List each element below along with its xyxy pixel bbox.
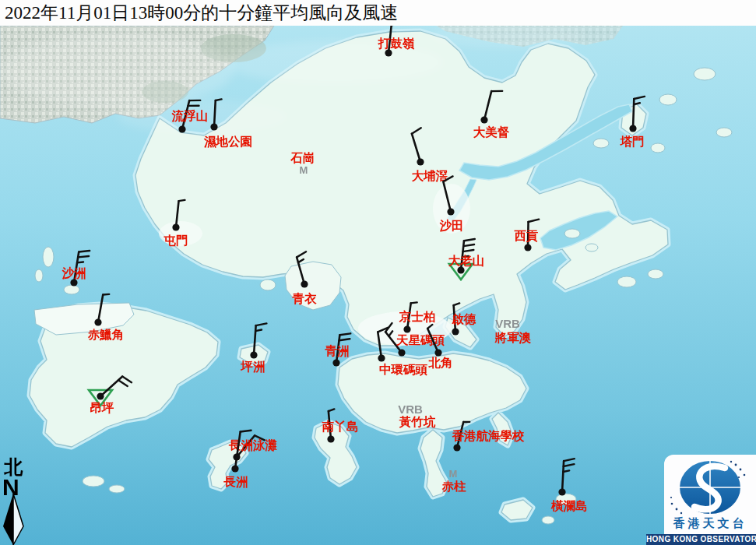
wind-barb-feather-half [216,99,222,100]
station-dot [332,359,339,366]
station-dot [417,158,424,165]
wind-barb-feather-half [179,200,185,201]
station-label: 香港航海學校 [452,429,526,442]
station-label: 大老山 [448,254,485,267]
station-label: 橫瀾島 [550,499,588,512]
station-label: 青衣 [292,292,318,305]
station-label: 南丫島 [322,420,359,433]
wind-barb-feather-half [77,262,83,262]
station-dot [558,488,565,495]
hko-logo-card: 香港天文台 [664,455,756,534]
compass-n-label: N [2,474,19,500]
station-dot [97,392,104,399]
wind-barb-feather-full [79,251,90,251]
station-dot [480,116,487,123]
station-dot [457,266,464,273]
station-label: 天星碼頭 [396,333,445,346]
station-dot [629,125,636,132]
station-label: 濕地公園 [203,135,252,148]
hong-kong-wind-map: 打鼓嶺流浮山濕地公園M石崗大美督塔門大埔滘沙田屯門西貢沙洲大老山青衣赤鱲角京士柏… [0,0,756,545]
station-m-marker: M [300,164,308,176]
station-label: 赤柱 [441,480,467,493]
station-label: 北角 [428,356,453,369]
wind-barb-staff [633,99,634,128]
station-dot [447,208,454,215]
wind-barb-feather-half [411,302,417,303]
hko-emblem [664,455,756,517]
station-dot [231,465,238,472]
station-dot [524,244,531,251]
station-label: 黃竹坑 [399,415,436,428]
station-dot [172,223,179,230]
wind-barb-feather-full [78,256,89,257]
wind-barb-feather-half [103,294,109,295]
station-dot [94,318,101,325]
station-label: 塔門 [620,135,645,148]
station-dot [398,349,405,356]
station-label: 長洲 [223,475,248,488]
station-dot [301,280,308,287]
station-label: 青洲 [325,344,350,357]
station-vrb-marker: VRB [398,403,423,416]
station-label: 沙洲 [62,266,86,280]
station-dot [178,125,185,132]
hko-chinese-name: 香港天文台 [664,516,756,531]
station-label: 昂坪 [90,401,115,414]
station-label: 坪洲 [241,360,265,373]
station-label: 赤鱲角 [87,328,125,341]
station-m-marker: M [449,468,458,480]
wind-barb-staff [214,100,216,127]
station-label: 打鼓嶺 [378,37,415,50]
map-title: 2022年11月01日13時00分的十分鐘平均風向及風速 [0,0,756,26]
station-dot [70,279,77,286]
station-label: 西貢 [514,229,539,243]
station-dot [250,351,257,358]
station-label: 石崗 [290,151,315,164]
station-dot [403,325,410,332]
station-label: 大埔滘 [412,169,448,182]
hko-english-name: HONG KONG OBSERVATORY [646,534,756,545]
station-label: 流浮山 [171,109,209,122]
wind-barb-feather-half [563,470,569,472]
station-label: 沙田 [440,219,464,232]
station-label: 中環碼頭 [379,363,428,376]
station-dot [327,435,334,442]
station-label: 啟德 [452,312,477,325]
station-label: 屯門 [164,234,188,247]
station-dot [210,123,217,130]
station-label: 京士柏 [399,310,436,323]
station-dot [453,444,460,451]
wind-barb-feather-half [255,330,262,332]
station-label: 將軍澳 [494,331,532,344]
station-label: 大美督 [473,125,510,139]
station-dot [385,49,392,56]
station-dot [378,354,385,361]
station-vrb-marker: VRB [495,317,520,330]
station-label: 長洲泳灘 [228,438,278,452]
station-dot [452,328,459,335]
wind-barb-feather-full [241,431,251,432]
hko-wind-map-screenshot: 打鼓嶺流浮山濕地公園M石崗大美督塔門大埔滘沙田屯門西貢沙洲大老山青衣赤鱲角京士柏… [0,0,756,545]
